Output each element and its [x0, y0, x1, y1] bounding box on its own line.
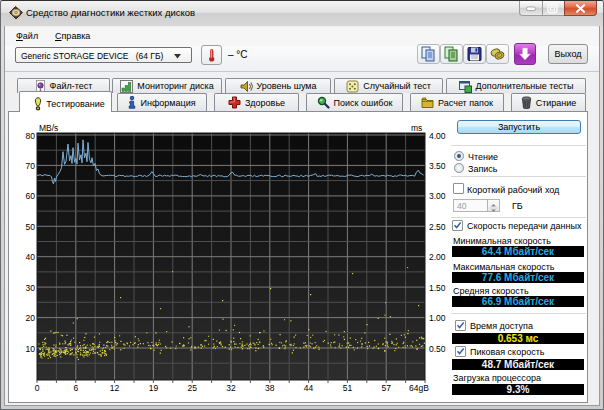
svg-text:1.50: 1.50	[429, 283, 446, 293]
svg-text:70: 70	[26, 161, 36, 171]
svg-text:12: 12	[110, 383, 120, 393]
svg-text:57: 57	[381, 383, 391, 393]
svg-text:1.00: 1.00	[429, 313, 446, 323]
svg-text:38: 38	[265, 383, 275, 393]
svg-text:19: 19	[149, 383, 159, 393]
svg-text:3.00: 3.00	[429, 191, 446, 201]
svg-text:20: 20	[26, 313, 36, 323]
svg-text:3.50: 3.50	[429, 161, 446, 171]
svg-text:60: 60	[26, 191, 36, 201]
svg-text:64gB: 64gB	[409, 383, 429, 393]
svg-text:32: 32	[226, 383, 236, 393]
svg-text:80: 80	[26, 131, 36, 141]
svg-text:4.00: 4.00	[429, 131, 446, 141]
svg-text:0.50: 0.50	[429, 344, 446, 354]
svg-text:2.50: 2.50	[429, 222, 446, 232]
svg-text:30: 30	[26, 283, 36, 293]
svg-text:44: 44	[304, 383, 314, 393]
svg-text:ms: ms	[411, 123, 422, 133]
svg-text:2.00: 2.00	[429, 252, 446, 262]
svg-text:0: 0	[35, 383, 40, 393]
svg-text:10: 10	[26, 344, 36, 354]
svg-text:MB/s: MB/s	[39, 123, 58, 133]
svg-text:40: 40	[26, 252, 36, 262]
svg-text:51: 51	[343, 383, 353, 393]
svg-text:25: 25	[187, 383, 197, 393]
svg-text:50: 50	[26, 222, 36, 232]
svg-text:6: 6	[73, 383, 78, 393]
